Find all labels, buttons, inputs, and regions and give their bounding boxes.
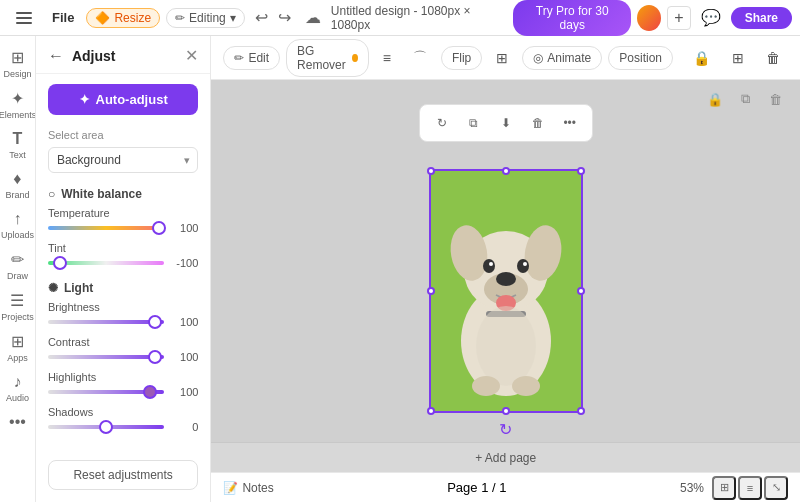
sidebar-item-more[interactable]: •••: [0, 409, 36, 435]
close-button[interactable]: ✕: [185, 46, 198, 65]
sidebar-item-design[interactable]: ⊞ Design: [0, 44, 36, 83]
temperature-track[interactable]: [48, 226, 164, 230]
notifications-button[interactable]: 💬: [697, 4, 725, 31]
highlights-control: 100: [48, 386, 198, 398]
resize-handle-bl[interactable]: [427, 407, 435, 415]
sidebar-item-apps[interactable]: ⊞ Apps: [0, 328, 36, 367]
lock-btn[interactable]: 🔒: [702, 86, 728, 112]
notes-button[interactable]: 📝 Notes: [223, 481, 273, 495]
resize-handle-br[interactable]: [577, 407, 585, 415]
shadows-thumb[interactable]: [99, 420, 113, 434]
select-wrapper: Background: [48, 147, 198, 173]
share-button[interactable]: Share: [731, 7, 792, 29]
sidebar-item-draw[interactable]: ✏ Draw: [0, 246, 36, 285]
resize-button[interactable]: 🔶 Resize: [86, 8, 160, 28]
more-image-btn[interactable]: •••: [556, 109, 584, 137]
contrast-thumb[interactable]: [148, 350, 162, 364]
lock-icon-button[interactable]: 🔒: [685, 46, 718, 70]
sidebar-item-apps-label: Apps: [7, 353, 28, 363]
flip-label: Flip: [452, 51, 471, 65]
edit-button[interactable]: ✏ Edit: [223, 46, 280, 70]
cloud-button[interactable]: ☁: [301, 4, 325, 31]
rotate-handle[interactable]: ↻: [499, 420, 512, 439]
auto-adjust-button[interactable]: ✦ Auto-adjust: [48, 84, 198, 115]
refresh-icon-btn[interactable]: ↻: [428, 109, 456, 137]
delete-image-btn[interactable]: 🗑: [524, 109, 552, 137]
contrast-track[interactable]: [48, 355, 164, 359]
sidebar-item-uploads-label: Uploads: [1, 230, 34, 240]
back-button[interactable]: ←: [48, 47, 64, 65]
position-button[interactable]: Position: [608, 46, 673, 70]
brightness-track[interactable]: [48, 320, 164, 324]
fullscreen-button[interactable]: ⤡: [764, 476, 788, 500]
sidebar-item-text[interactable]: T Text: [0, 126, 36, 164]
animate-icon: ◎: [533, 51, 543, 65]
svg-point-7: [483, 259, 495, 273]
file-menu-button[interactable]: File: [46, 8, 80, 27]
canvas-area[interactable]: ↻ ⧉ ⬇ 🗑 •••: [211, 80, 800, 472]
svg-point-15: [512, 376, 540, 396]
sidebar-item-brand[interactable]: ♦ Brand: [0, 166, 36, 204]
list-view-button[interactable]: ≡: [738, 476, 762, 500]
bg-remover-button[interactable]: BG Remover: [286, 39, 369, 77]
brightness-thumb[interactable]: [148, 315, 162, 329]
resize-handle-mr[interactable]: [577, 287, 585, 295]
tint-label: Tint: [48, 242, 198, 254]
animate-button[interactable]: ◎ Animate: [522, 46, 602, 70]
corner-icon-button[interactable]: ⌒: [405, 45, 435, 71]
resize-handle-bm[interactable]: [502, 407, 510, 415]
reset-adjustments-button[interactable]: Reset adjustments: [48, 460, 198, 490]
tint-track[interactable]: [48, 261, 164, 265]
avatar[interactable]: [637, 5, 661, 31]
copy-icon-button[interactable]: ⊞: [724, 46, 752, 70]
download-image-btn[interactable]: ⬇: [492, 109, 520, 137]
select-area-dropdown[interactable]: Background: [48, 147, 198, 173]
shadows-slider-row: Shadows 0: [36, 404, 210, 439]
notes-label: Notes: [242, 481, 273, 495]
grid-view-button[interactable]: ⊞: [712, 476, 736, 500]
sidebar-item-elements[interactable]: ✦ Elements: [0, 85, 36, 124]
text-icon: T: [13, 130, 23, 148]
image-selection-container[interactable]: ↻: [429, 169, 583, 413]
shadows-track[interactable]: [48, 425, 164, 429]
editing-button[interactable]: ✏ Editing ▾: [166, 8, 245, 28]
elements-icon: ✦: [11, 89, 24, 108]
sidebar-item-projects[interactable]: ☰ Projects: [0, 287, 36, 326]
undo-button[interactable]: ↩: [251, 4, 272, 31]
svg-point-6: [496, 272, 516, 286]
sidebar-item-audio[interactable]: ♪ Audio: [0, 369, 36, 407]
menu-button[interactable]: [8, 4, 40, 32]
temperature-thumb[interactable]: [152, 221, 166, 235]
contrast-control: 100: [48, 351, 198, 363]
projects-icon: ☰: [10, 291, 24, 310]
try-pro-button[interactable]: Try Pro for 30 days: [513, 0, 631, 36]
animate-label: Animate: [547, 51, 591, 65]
grid-icon-button[interactable]: ⊞: [488, 46, 516, 70]
sidebar-item-brand-label: Brand: [5, 190, 29, 200]
topbar-right: Try Pro for 30 days + 💬 Share: [513, 0, 792, 36]
add-collaborator-button[interactable]: +: [667, 6, 690, 30]
tint-control: -100: [48, 257, 198, 269]
highlights-thumb[interactable]: [143, 385, 157, 399]
resize-handle-tr[interactable]: [577, 167, 585, 175]
temperature-label: Temperature: [48, 207, 198, 219]
resize-handle-tl[interactable]: [427, 167, 435, 175]
tint-thumb[interactable]: [53, 256, 67, 270]
copy-btn[interactable]: ⧉: [732, 86, 758, 112]
light-section: ✺ Light: [36, 275, 210, 299]
copy-image-btn[interactable]: ⧉: [460, 109, 488, 137]
lines-icon-button[interactable]: ≡: [375, 46, 399, 70]
delete-icon-button[interactable]: 🗑: [758, 46, 788, 70]
selected-image[interactable]: ↻: [429, 169, 583, 413]
pencil-icon: ✏: [175, 11, 185, 25]
area-select[interactable]: Background: [48, 147, 198, 173]
resize-handle-tm[interactable]: [502, 167, 510, 175]
highlights-track[interactable]: [48, 390, 164, 394]
redo-button[interactable]: ↪: [274, 4, 295, 31]
shadows-control: 0: [48, 421, 198, 433]
resize-handle-ml[interactable]: [427, 287, 435, 295]
trash-btn[interactable]: 🗑: [762, 86, 788, 112]
sidebar-item-uploads[interactable]: ↑ Uploads: [0, 206, 36, 244]
flip-button[interactable]: Flip: [441, 46, 482, 70]
add-page-button[interactable]: + Add page: [475, 451, 536, 465]
